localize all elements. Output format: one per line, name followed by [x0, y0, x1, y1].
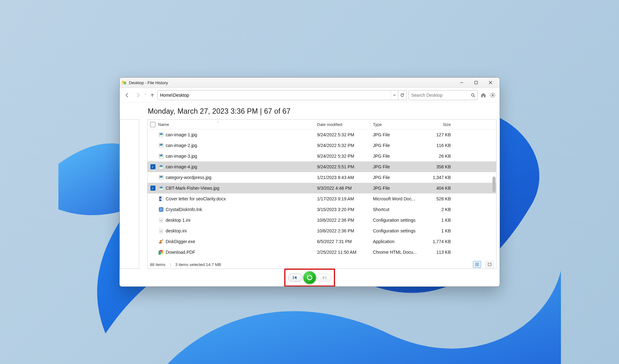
file-date: 9/24/2022 5:32 PM — [317, 132, 373, 137]
restore-controls-callout — [284, 269, 335, 287]
svg-rect-12 — [490, 95, 491, 95]
file-size: 1,774 KB — [420, 239, 455, 244]
file-date: 1/21/2023 8:43 AM — [317, 175, 373, 180]
svg-line-8 — [474, 96, 475, 97]
file-row[interactable]: can-image-2.jpg9/24/2022 5:32 PMJPG File… — [148, 140, 496, 151]
file-name: CBT-Mark-Fisher-Views.jpg — [166, 186, 220, 191]
file-type: Shortcut — [373, 207, 420, 212]
file-type: Application — [373, 239, 420, 244]
restore-button[interactable] — [303, 271, 316, 284]
svg-point-52 — [160, 252, 161, 253]
search-icon[interactable] — [469, 93, 477, 97]
title-bar[interactable]: Desktop - File History — [120, 78, 500, 88]
svg-point-20 — [160, 133, 161, 134]
app-icon — [122, 80, 127, 85]
snapshot-heading: Monday, March 27, 2023 3:36 PM | 67 of 6… — [120, 103, 500, 119]
sort-indicator-icon: ˆ — [218, 122, 219, 125]
svg-point-26 — [160, 155, 161, 155]
file-row[interactable]: desktop.ini10/6/2022 2:36 PMConfiguratio… — [148, 225, 496, 236]
minimize-button[interactable] — [454, 78, 469, 88]
address-bar[interactable] — [157, 90, 407, 100]
back-button[interactable] — [123, 91, 132, 100]
file-size: 1,347 KB — [420, 175, 455, 180]
file-name: Download.PDF — [166, 250, 195, 255]
row-checkbox[interactable] — [150, 164, 155, 169]
file-date: 9/24/2022 5:32 PM — [317, 143, 373, 148]
svg-rect-15 — [491, 96, 492, 97]
column-name[interactable]: Nameˆ — [158, 122, 317, 127]
search-box[interactable] — [409, 90, 478, 100]
file-type: JPG File — [373, 154, 420, 159]
file-row[interactable]: CrystalDiskInfo.lnk3/15/2023 3:20 PMShor… — [148, 204, 496, 215]
home-icon[interactable] — [480, 91, 487, 99]
refresh-button[interactable] — [398, 90, 406, 100]
file-row[interactable]: can-image-4.jpg9/24/2022 5:51 PMJPG File… — [148, 161, 496, 172]
scrollbar-thumb[interactable] — [492, 177, 496, 192]
recent-locations-icon[interactable]: ˅ — [145, 93, 147, 97]
file-type: JPG File — [373, 164, 420, 169]
column-size[interactable]: Size — [420, 122, 455, 127]
search-input[interactable] — [409, 90, 469, 100]
file-date: 10/6/2022 2:36 PM — [317, 218, 373, 223]
column-headers[interactable]: Nameˆ Date modified Type Size — [148, 120, 496, 129]
address-dropdown-icon[interactable] — [391, 90, 398, 100]
row-checkbox[interactable] — [150, 186, 155, 191]
file-row[interactable]: DiskDigger.exe6/5/2022 7:31 PMApplicatio… — [148, 236, 496, 247]
window-title: Desktop - File History — [129, 80, 168, 85]
file-row[interactable]: can-image-3.jpg9/24/2022 5:32 PMJPG File… — [148, 151, 496, 161]
file-name: can-image-3.jpg — [166, 154, 197, 159]
up-button[interactable] — [149, 91, 155, 100]
heading-separator: | — [258, 107, 264, 115]
file-row[interactable]: desktop 1.ini10/6/2022 2:36 PMConfigurat… — [148, 215, 496, 225]
previous-version-button[interactable] — [288, 274, 302, 282]
svg-rect-17 — [493, 96, 495, 97]
file-name: desktop.ini — [166, 228, 187, 233]
svg-point-7 — [471, 94, 474, 96]
file-type: JPG File — [373, 186, 420, 191]
file-size: 113 KB — [420, 250, 455, 255]
file-list-pane: Nameˆ Date modified Type Size can-image-… — [147, 119, 497, 269]
next-version-button[interactable] — [317, 274, 331, 282]
file-row[interactable]: CBT-Mark-Fisher-Views.jpg9/3/2022 4:48 P… — [148, 183, 496, 193]
file-row[interactable]: WCover letter for seoClarity.docx1/17/20… — [148, 193, 496, 204]
navigation-pane[interactable] — [120, 119, 139, 269]
forward-button[interactable] — [133, 91, 142, 100]
file-row[interactable]: Download.PDF2/25/2022 11:50 AMChrome HTM… — [148, 247, 496, 258]
svg-point-9 — [492, 94, 494, 96]
file-type-icon: W — [158, 196, 164, 202]
column-date[interactable]: Date modified — [317, 122, 373, 127]
file-type: JPG File — [373, 132, 420, 137]
file-name: can-image-1.jpg — [166, 132, 197, 137]
file-date: 9/24/2022 5:32 PM — [317, 154, 373, 159]
file-type: JPG File — [373, 143, 420, 148]
close-button[interactable] — [483, 78, 498, 88]
file-date: 1/17/2023 9:19 AM — [317, 196, 373, 201]
maximize-button[interactable] — [469, 78, 483, 88]
svg-rect-11 — [492, 97, 493, 98]
file-size: 26 KB — [420, 154, 455, 159]
gear-icon[interactable] — [489, 91, 497, 99]
file-row[interactable]: can-image-1.jpg9/24/2022 5:32 PMJPG File… — [148, 129, 496, 140]
file-type-icon — [158, 228, 164, 234]
svg-rect-1 — [122, 81, 124, 82]
large-icons-view-button[interactable] — [486, 261, 494, 268]
file-rows: can-image-1.jpg9/24/2022 5:32 PMJPG File… — [148, 129, 496, 260]
file-type-icon — [158, 185, 164, 191]
file-size: 404 KB — [420, 186, 455, 191]
file-type-icon — [158, 217, 164, 223]
details-view-button[interactable] — [473, 261, 481, 268]
file-name: CrystalDiskInfo.lnk — [166, 207, 202, 212]
svg-rect-57 — [293, 276, 294, 279]
file-date: 6/5/2022 7:31 PM — [317, 239, 373, 244]
file-type: JPG File — [373, 175, 420, 180]
file-type-icon — [158, 143, 164, 148]
column-type[interactable]: Type — [373, 122, 420, 127]
file-type: Chrome HTML Docu... — [373, 250, 420, 255]
file-date: 9/3/2022 4:48 PM — [317, 186, 373, 191]
navigation-toolbar: ˅ — [120, 88, 500, 103]
file-row[interactable]: category-wordpress.jpg1/21/2023 8:43 AMJ… — [148, 172, 496, 183]
select-all-checkbox[interactable] — [150, 122, 155, 127]
file-size: 1 KB — [420, 228, 455, 233]
file-size: 1 KB — [420, 218, 455, 223]
address-input[interactable] — [158, 90, 391, 100]
